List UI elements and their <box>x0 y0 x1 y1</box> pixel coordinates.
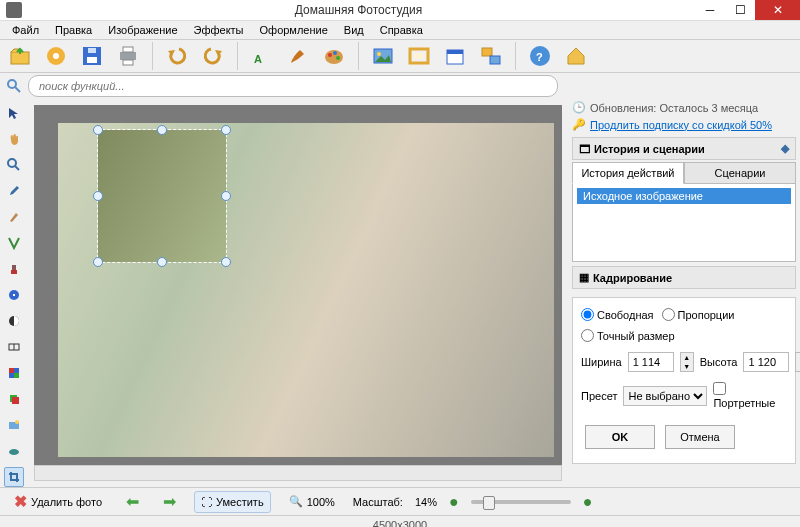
menu-view[interactable]: Вид <box>336 21 372 39</box>
preset-label: Пресет <box>581 390 617 402</box>
mode-free[interactable]: Свободная <box>581 308 654 321</box>
settings-icon[interactable] <box>40 40 72 72</box>
eyedrop-tool-icon[interactable] <box>4 181 24 201</box>
calendar-icon[interactable] <box>439 40 471 72</box>
svg-point-11 <box>328 53 332 57</box>
search-row <box>0 73 800 99</box>
redo-icon[interactable] <box>197 40 229 72</box>
eraser-tool-icon[interactable] <box>4 441 24 461</box>
crop-handle-ml[interactable] <box>93 191 103 201</box>
pencil-tool-icon[interactable] <box>4 233 24 253</box>
main-toolbar: A ? <box>0 39 800 73</box>
help-icon[interactable]: ? <box>524 40 556 72</box>
tab-history[interactable]: История действий <box>572 162 684 184</box>
updates-line1: 🕒 Обновления: Осталось 3 месяца <box>572 99 796 116</box>
maximize-button[interactable]: ☐ <box>725 0 755 20</box>
menu-help[interactable]: Справка <box>372 21 431 39</box>
crop-handle-tl[interactable] <box>93 125 103 135</box>
search-input[interactable] <box>28 75 558 97</box>
preset-select[interactable]: Не выбрано <box>623 386 707 406</box>
zoom-out-button[interactable]: ● <box>449 493 459 511</box>
stamp-tool-icon[interactable] <box>4 259 24 279</box>
crop-handle-br[interactable] <box>221 257 231 267</box>
content-area: 🕒 Обновления: Осталось 3 месяца 🔑 Продли… <box>0 99 800 487</box>
svg-rect-4 <box>87 57 97 63</box>
pointer-tool-icon[interactable] <box>4 103 24 123</box>
save-icon[interactable] <box>76 40 108 72</box>
brush-tool-icon[interactable] <box>4 207 24 227</box>
zoom-tool-icon[interactable] <box>4 155 24 175</box>
zoom-slider[interactable] <box>471 500 571 504</box>
delete-photo-button[interactable]: ✖ Удалить фото <box>8 488 108 515</box>
print-icon[interactable] <box>112 40 144 72</box>
svg-rect-21 <box>482 48 492 56</box>
clock-icon: 🕒 <box>572 101 586 114</box>
width-spinner[interactable]: ▲▼ <box>680 352 694 372</box>
crop-selection[interactable] <box>97 129 227 263</box>
svg-rect-40 <box>12 397 19 404</box>
switch-icon[interactable] <box>475 40 507 72</box>
gradient-tool-icon[interactable] <box>4 311 24 331</box>
canvas[interactable] <box>34 105 562 465</box>
open-icon[interactable] <box>4 40 36 72</box>
menu-edit[interactable]: Правка <box>47 21 100 39</box>
height-label: Высота <box>700 356 738 368</box>
image-icon[interactable] <box>367 40 399 72</box>
svg-point-2 <box>53 53 59 59</box>
palette-icon[interactable] <box>318 40 350 72</box>
menu-design[interactable]: Оформление <box>252 21 336 39</box>
minimize-button[interactable]: ─ <box>695 0 725 20</box>
ok-button[interactable]: OK <box>585 425 655 449</box>
brush-icon[interactable] <box>282 40 314 72</box>
crop-tool-icon[interactable] <box>4 467 24 487</box>
crop-handle-mr[interactable] <box>221 191 231 201</box>
crop-handle-bl[interactable] <box>93 257 103 267</box>
svg-rect-17 <box>414 53 424 59</box>
menu-effects[interactable]: Эффекты <box>186 21 252 39</box>
svg-rect-19 <box>447 50 463 54</box>
height-input[interactable] <box>743 352 789 372</box>
zoom100-button[interactable]: 🔍 100% <box>283 491 341 512</box>
menu-file[interactable]: Файл <box>4 21 47 39</box>
height-spinner[interactable]: ▲▼ <box>795 352 800 372</box>
width-input[interactable] <box>628 352 674 372</box>
text-icon[interactable]: A <box>246 40 278 72</box>
crop-icon: ▦ <box>579 271 589 284</box>
close-button[interactable]: ✕ <box>755 0 800 20</box>
hand-tool-icon[interactable] <box>4 129 24 149</box>
crop-handle-tr[interactable] <box>221 125 231 135</box>
mode-exact[interactable]: Точный размер <box>581 329 675 342</box>
extend-link[interactable]: Продлить подписку со скидкой 50% <box>590 119 772 131</box>
curves-tool-icon[interactable] <box>4 363 24 383</box>
arrow-left-icon: ⬅ <box>126 492 139 511</box>
shape-tool-icon[interactable] <box>4 285 24 305</box>
history-list[interactable]: Исходное изображение <box>572 184 796 262</box>
layers-tool-icon[interactable] <box>4 389 24 409</box>
history-panel-title: История и сценарии <box>594 143 705 155</box>
svg-point-27 <box>8 159 16 167</box>
overlay-tool-icon[interactable] <box>4 415 24 435</box>
prev-button[interactable]: ⬅ <box>120 488 145 515</box>
history-item[interactable]: Исходное изображение <box>577 188 791 204</box>
zoom-in-button[interactable]: ● <box>583 493 593 511</box>
menu-image[interactable]: Изображение <box>100 21 185 39</box>
cancel-button[interactable]: Отмена <box>665 425 735 449</box>
collapse-icon[interactable]: ◆ <box>781 142 789 155</box>
tab-scenarios[interactable]: Сценарии <box>684 162 796 184</box>
svg-rect-22 <box>490 56 500 64</box>
crop-handle-tm[interactable] <box>157 125 167 135</box>
home-icon[interactable] <box>560 40 592 72</box>
svg-point-13 <box>336 56 340 60</box>
portrait-checkbox[interactable]: Портретные <box>713 382 787 409</box>
svg-point-15 <box>377 52 381 56</box>
levels-tool-icon[interactable] <box>4 337 24 357</box>
crop-handle-bm[interactable] <box>157 257 167 267</box>
horizontal-scrollbar[interactable] <box>34 465 562 481</box>
mode-proportions[interactable]: Пропорции <box>662 308 735 321</box>
next-button[interactable]: ➡ <box>157 488 182 515</box>
fit-button[interactable]: ⛶ Уместить <box>194 491 271 513</box>
undo-icon[interactable] <box>161 40 193 72</box>
crop-mode-radios: Свободная Пропорции Точный размер <box>581 308 787 342</box>
frame-icon[interactable] <box>403 40 435 72</box>
tool-sidebar <box>0 99 28 487</box>
